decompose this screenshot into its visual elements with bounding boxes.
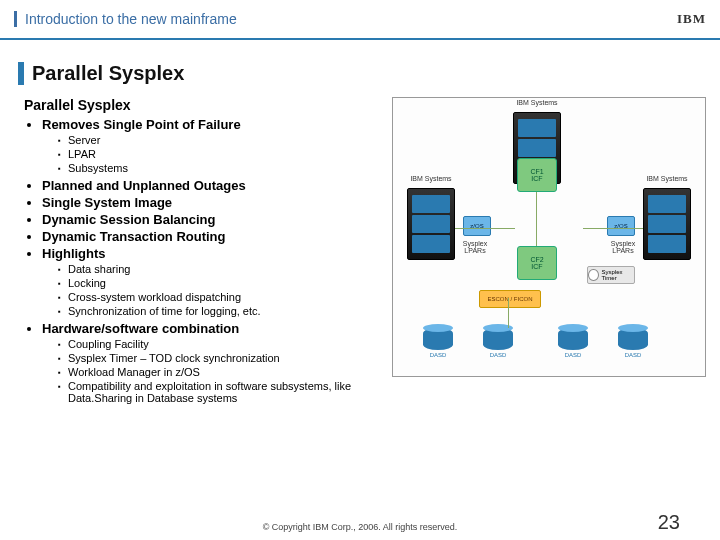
dasd: DASD bbox=[423, 328, 453, 354]
lpar-label-right: Sysplex LPARs bbox=[603, 240, 643, 254]
slide-title: Parallel Sysplex bbox=[18, 62, 720, 85]
bullet-hw-sw: Hardware/software combination Coupling F… bbox=[42, 321, 384, 404]
zos-box-left: z/OS bbox=[463, 216, 491, 236]
connector bbox=[536, 192, 537, 246]
bullet-tx-routing: Dynamic Transaction Routing bbox=[42, 229, 384, 244]
sub-item: Locking bbox=[58, 277, 384, 289]
system-label: IBM Systems bbox=[410, 175, 451, 182]
sysplex-timer: Sysplex Timer bbox=[587, 266, 635, 284]
sub-item: Synchronization of time for logging, etc… bbox=[58, 305, 384, 317]
sub-item: Sysplex Timer – TOD clock synchronizatio… bbox=[58, 352, 384, 364]
escon-box: ESCON / FICON bbox=[479, 290, 541, 308]
sub-item: Subsystems bbox=[58, 162, 384, 174]
clock-icon bbox=[588, 269, 599, 281]
cf-label: CF2 bbox=[530, 256, 543, 263]
bullet-outages: Planned and Unplanned Outages bbox=[42, 178, 384, 193]
ibm-logo: IBM bbox=[674, 11, 706, 27]
dasd: DASD bbox=[618, 328, 648, 354]
sub-item: Server bbox=[58, 134, 384, 146]
cf-box-top: CF1 ICF bbox=[517, 158, 557, 192]
bullet-label: Hardware/software combination bbox=[42, 321, 239, 336]
connector bbox=[455, 228, 515, 229]
zos-box-right: z/OS bbox=[607, 216, 635, 236]
sysplex-diagram: IBM Systems IBM Systems IBM Systems CF1 … bbox=[392, 97, 706, 377]
lpar-label-left: Sysplex LPARs bbox=[455, 240, 495, 254]
dasd-label: DASD bbox=[558, 352, 588, 358]
dasd: DASD bbox=[558, 328, 588, 354]
connector bbox=[583, 228, 643, 229]
dasd-label: DASD bbox=[483, 352, 513, 358]
dasd-label: DASD bbox=[618, 352, 648, 358]
system-label: IBM Systems bbox=[646, 175, 687, 182]
connector bbox=[508, 298, 509, 328]
logo-text: IBM bbox=[677, 11, 706, 27]
cf-box-bottom: CF2 ICF bbox=[517, 246, 557, 280]
sub-item: Compatibility and exploitation in softwa… bbox=[58, 380, 384, 404]
sub-item: Data sharing bbox=[58, 263, 384, 275]
sub-item: Coupling Facility bbox=[58, 338, 384, 350]
system-label: IBM Systems bbox=[516, 99, 557, 106]
ibm-system-right: IBM Systems bbox=[643, 188, 691, 260]
sub-item: LPAR bbox=[58, 148, 384, 160]
subheading: Parallel Sysplex bbox=[24, 97, 384, 113]
cf-label: CF1 bbox=[530, 168, 543, 175]
bullet-label: Removes Single Point of Failure bbox=[42, 117, 241, 132]
sub-item: Cross-system workload dispatching bbox=[58, 291, 384, 303]
dasd-label: DASD bbox=[423, 352, 453, 358]
bullet-removes-spof: Removes Single Point of Failure Server L… bbox=[42, 117, 384, 174]
sub-item: Workload Manager in z/OS bbox=[58, 366, 384, 378]
timer-label: Sysplex Timer bbox=[602, 269, 634, 281]
icf-label: ICF bbox=[531, 175, 542, 182]
text-column: Parallel Sysplex Removes Single Point of… bbox=[24, 97, 384, 408]
bullet-session-bal: Dynamic Session Balancing bbox=[42, 212, 384, 227]
bullet-ssi: Single System Image bbox=[42, 195, 384, 210]
ibm-system-left: IBM Systems bbox=[407, 188, 455, 260]
bullet-highlights: Highlights Data sharing Locking Cross-sy… bbox=[42, 246, 384, 317]
slide-header: Introduction to the new mainframe IBM bbox=[0, 0, 720, 40]
page-number: 23 bbox=[658, 511, 680, 534]
footer: © Copyright IBM Corp., 2006. All rights … bbox=[0, 522, 720, 532]
bullet-label: Highlights bbox=[42, 246, 106, 261]
dasd: DASD bbox=[483, 328, 513, 354]
copyright: © Copyright IBM Corp., 2006. All rights … bbox=[263, 522, 458, 532]
header-title: Introduction to the new mainframe bbox=[14, 11, 237, 27]
icf-label: ICF bbox=[531, 263, 542, 270]
